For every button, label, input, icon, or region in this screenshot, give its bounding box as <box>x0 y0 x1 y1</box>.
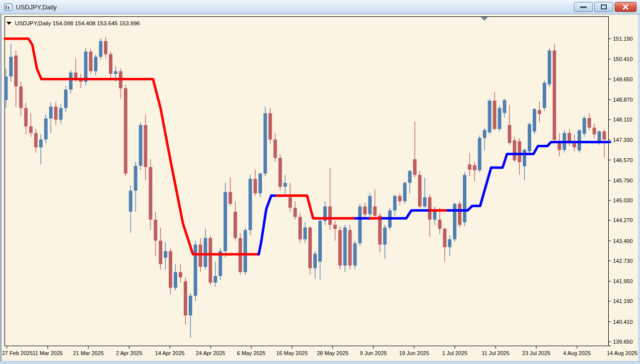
chart-shift-marker-icon[interactable] <box>481 17 488 21</box>
candle <box>144 125 147 167</box>
candle <box>64 90 68 108</box>
candle <box>587 118 591 128</box>
price-label: 150.410 <box>613 56 633 62</box>
maximize-button[interactable] <box>594 2 613 12</box>
candles <box>4 37 606 338</box>
candle <box>54 107 58 120</box>
candle <box>398 196 402 201</box>
date-label: 19 Jun 2025 <box>399 350 429 356</box>
candle <box>154 220 157 241</box>
title-bar[interactable]: USDJPY,Daily <box>0 0 640 14</box>
chart-window: USDJPY,Daily USDJPY,Daily 154.098 154.40… <box>0 0 640 364</box>
candle <box>383 228 387 244</box>
candle <box>393 196 397 210</box>
date-label: 11 Mar 2025 <box>33 350 63 356</box>
candle <box>553 51 556 140</box>
price-label: 143.490 <box>613 238 633 244</box>
date-label: 9 Jun 2025 <box>360 350 387 356</box>
candle <box>483 130 487 138</box>
candle <box>318 221 322 261</box>
candle <box>164 251 167 257</box>
candle <box>523 150 526 166</box>
candle <box>213 276 217 283</box>
date-label: 21 Mar 2025 <box>73 350 104 356</box>
date-label: 2 Apr 2025 <box>116 350 142 356</box>
price-label: 141.950 <box>613 278 633 284</box>
price-chart[interactable]: USDJPY,Daily 154.098 154.408 153.645 153… <box>2 14 638 361</box>
axis-price-marker <box>608 141 611 143</box>
candle <box>577 130 581 151</box>
candle <box>279 158 282 186</box>
candle <box>254 179 257 193</box>
candle <box>303 228 307 240</box>
candle <box>264 113 267 174</box>
candle <box>84 52 87 82</box>
candle <box>29 126 33 133</box>
candle <box>139 125 142 166</box>
candle <box>274 139 277 158</box>
candle <box>24 108 28 126</box>
trend-segment-down <box>5 39 259 254</box>
trend-segment-up <box>448 142 607 211</box>
candle <box>403 183 407 201</box>
price-label: 141.190 <box>613 298 633 304</box>
minimize-button[interactable] <box>574 2 593 12</box>
candle <box>478 138 481 170</box>
candle <box>19 86 23 108</box>
maximize-icon <box>601 4 607 9</box>
candle <box>129 191 133 212</box>
candle <box>259 174 262 193</box>
candle <box>228 192 232 204</box>
candle <box>159 241 162 264</box>
candle <box>468 165 471 170</box>
candle <box>308 228 312 268</box>
candle <box>109 54 112 74</box>
candle <box>358 206 361 243</box>
price-label: 147.330 <box>613 137 633 143</box>
candle <box>533 109 536 131</box>
candle <box>204 238 207 267</box>
price-label: 140.410 <box>613 319 633 325</box>
candle <box>184 281 187 315</box>
candle <box>223 192 227 251</box>
candle <box>333 225 337 229</box>
close-button[interactable] <box>615 2 637 12</box>
date-label: 23 Jul 2025 <box>522 350 551 356</box>
price-label: 151.190 <box>613 36 633 42</box>
candle <box>169 251 172 288</box>
candle <box>94 57 97 71</box>
candle <box>373 206 377 216</box>
candle <box>423 197 427 207</box>
candle <box>288 197 292 208</box>
candle <box>378 216 382 244</box>
candle <box>348 230 352 265</box>
candle <box>34 133 38 147</box>
date-label: 6 May 2025 <box>237 350 265 356</box>
candle <box>49 107 53 119</box>
candle <box>353 243 356 265</box>
date-label: 4 Aug 2025 <box>563 350 591 356</box>
candle <box>104 41 107 54</box>
candle <box>438 220 441 229</box>
candle <box>69 72 72 89</box>
chart-client-area[interactable]: USDJPY,Daily 154.098 154.408 153.645 153… <box>2 14 638 361</box>
chart-app-icon <box>4 3 12 11</box>
candle <box>199 244 202 267</box>
price-label: 142.730 <box>613 258 633 264</box>
price-axis[interactable]: 151.190150.410149.650148.870148.110147.3… <box>609 36 633 345</box>
symbol-dropdown-icon[interactable] <box>6 22 11 25</box>
date-label: 27 Feb 2025 <box>2 350 33 356</box>
time-axis[interactable]: 27 Feb 202511 Mar 202521 Mar 20252 Apr 2… <box>2 346 638 357</box>
price-label: 148.110 <box>613 117 633 122</box>
candle <box>293 208 297 217</box>
candle <box>368 196 372 214</box>
trend-segment-up <box>259 196 277 254</box>
candle <box>528 124 531 151</box>
candle <box>194 244 197 296</box>
candle <box>513 140 516 160</box>
candle <box>548 51 551 84</box>
price-label: 145.790 <box>613 178 633 183</box>
candle <box>428 197 431 220</box>
candle <box>9 57 13 77</box>
candle <box>189 296 192 315</box>
